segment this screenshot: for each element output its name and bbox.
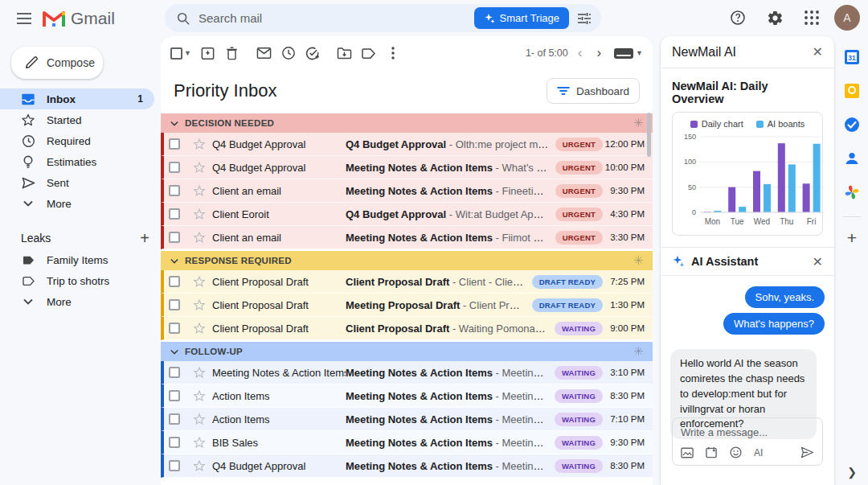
help-icon[interactable] [723,3,752,32]
emoji-icon[interactable] [730,446,742,458]
insert-event-icon[interactable] [706,446,718,458]
email-row[interactable]: Action ItemsMeeting Notes & Action Items… [161,384,653,408]
sidebar-item-more[interactable]: More [0,193,154,214]
search-bar[interactable]: Smart Triage [165,4,601,32]
email-row[interactable]: Client EoroitQ4 Budget Approval - Wit:at… [161,203,653,226]
email-row[interactable]: Client Proposal DraftClient Proposal Dra… [161,317,653,340]
move-to-icon[interactable] [333,41,357,65]
sidebar-item-more[interactable]: More [0,291,154,312]
compose-button[interactable]: Compose [11,47,103,79]
row-checkbox[interactable] [169,299,180,310]
user-chat-bubble: What's happens? [723,313,825,335]
row-star-icon[interactable] [193,138,212,150]
email-subject: Meeting Notes & Action Items - Fineeting… [346,185,555,197]
row-star-icon[interactable] [193,231,212,244]
email-time: 8:30 PM [603,391,653,401]
row-star-icon[interactable] [193,413,212,425]
row-star-icon[interactable] [193,161,212,174]
tasks-icon[interactable] [839,112,865,138]
sidebar-item-inbox[interactable]: Inbox1 [0,88,154,109]
row-star-icon[interactable] [193,298,212,311]
message-input[interactable] [681,426,814,438]
sidebar-item-label: Estimaties [47,156,96,168]
email-row[interactable]: Client an emailMeeting Notes & Action It… [161,226,653,249]
insert-image-icon[interactable] [681,447,694,458]
section-header-red[interactable]: DECISION NEEDED [161,113,653,133]
row-checkbox[interactable] [169,460,180,471]
archive-icon[interactable] [196,41,220,65]
apps-grid-icon[interactable] [797,3,826,32]
newer-page-icon[interactable]: ‹ [573,45,588,61]
row-checkbox[interactable] [169,185,180,196]
row-checkbox[interactable] [169,232,180,243]
row-checkbox[interactable] [169,390,180,401]
settings-gear-icon[interactable] [760,3,789,32]
search-options-icon[interactable] [577,12,592,25]
status-badge: WAITING [555,413,603,426]
panel-close-icon[interactable]: ✕ [813,44,823,60]
email-row[interactable]: Client Proposal DraftMeeting Proposal Dr… [161,294,653,317]
snooze-icon[interactable] [276,41,301,65]
sidebar-item-estimaties[interactable]: Estimaties [0,151,154,172]
email-row[interactable]: Client Proposal DraftClient Proposal Dra… [161,270,653,294]
send-message-icon[interactable] [800,446,814,458]
select-all-checkbox[interactable]: ▼ [170,47,191,60]
email-time: 12:00 PM [603,139,653,149]
section-header-blue[interactable]: FOLLOW-UP [161,342,653,361]
row-checkbox[interactable] [169,437,180,448]
smart-triage-button[interactable]: Smart Triage [474,7,569,29]
row-checkbox[interactable] [169,367,180,378]
avatar[interactable]: A [834,5,860,31]
select-caret-icon[interactable]: ▼ [184,49,191,57]
menu-icon[interactable] [8,2,40,35]
row-star-icon[interactable] [193,389,212,402]
row-star-icon[interactable] [193,436,212,449]
mark-unread-icon[interactable] [252,41,276,65]
email-row[interactable]: Q4 Budget ApprovalMeeting Notes & Action… [161,156,653,179]
dashboard-button[interactable]: Dashboard [547,78,640,104]
input-method-selector[interactable]: ▼ [611,48,643,59]
addon-pinwheel-icon[interactable] [839,179,865,205]
row-checkbox[interactable] [169,162,180,173]
search-input[interactable] [199,11,474,25]
email-row[interactable]: Action ItemsMeeting Notes & Action Items… [161,408,653,431]
row-star-icon[interactable] [193,208,212,220]
svg-text:Tue: Tue [731,217,744,226]
sidebar-item-required[interactable]: Required [0,130,154,151]
row-checkbox[interactable] [169,276,180,287]
section-header-yellow[interactable]: RESPONSE REQUIRED [161,251,653,270]
sidebar-item-started[interactable]: Started [0,109,154,130]
row-checkbox[interactable] [169,413,180,425]
email-row[interactable]: Q4 Budget ApprovalQ4 Budget Approval - O… [161,133,653,156]
add-task-icon[interactable] [301,41,325,65]
sidebar-item-trip-to-shotrs[interactable]: Trip to shotrs [0,270,154,291]
row-star-icon[interactable] [193,322,212,335]
get-addons-icon[interactable]: + [847,228,857,248]
calendar-icon[interactable]: 31 [839,44,865,70]
label-icon[interactable] [357,41,381,65]
email-row[interactable]: Meeting Notes & Action ItemsMeeting Note… [161,361,653,384]
more-options-icon[interactable] [381,41,405,65]
row-star-icon[interactable] [193,184,212,197]
email-row[interactable]: Q4 Budget ApprovalMeeting Notes & Action… [161,454,653,478]
delete-icon[interactable] [220,41,244,65]
row-checkbox[interactable] [169,208,180,220]
collapse-panel-icon[interactable]: ❯ [847,466,857,479]
email-row[interactable]: BIB SalesMeeting Notes & Action Items - … [161,431,653,454]
sidebar-item-sent[interactable]: Sent [0,172,154,193]
sidebar-item-family-items[interactable]: Family Items [0,249,154,270]
row-star-icon[interactable] [193,275,212,288]
row-star-icon[interactable] [193,459,212,472]
row-checkbox[interactable] [169,323,180,334]
ai-insert-button[interactable]: AI [754,447,763,458]
add-label-icon[interactable]: + [140,230,149,246]
row-checkbox[interactable] [169,138,180,150]
svg-text:100: 100 [684,158,696,166]
contacts-icon[interactable] [839,146,865,171]
older-page-icon[interactable]: › [592,45,606,61]
email-row[interactable]: Client an emailMeeting Notes & Action It… [161,179,653,203]
list-scrollbar-thumb[interactable] [647,113,651,157]
keep-icon[interactable] [839,78,865,104]
assistant-close-icon[interactable]: ✕ [813,254,823,269]
row-star-icon[interactable] [193,366,212,379]
